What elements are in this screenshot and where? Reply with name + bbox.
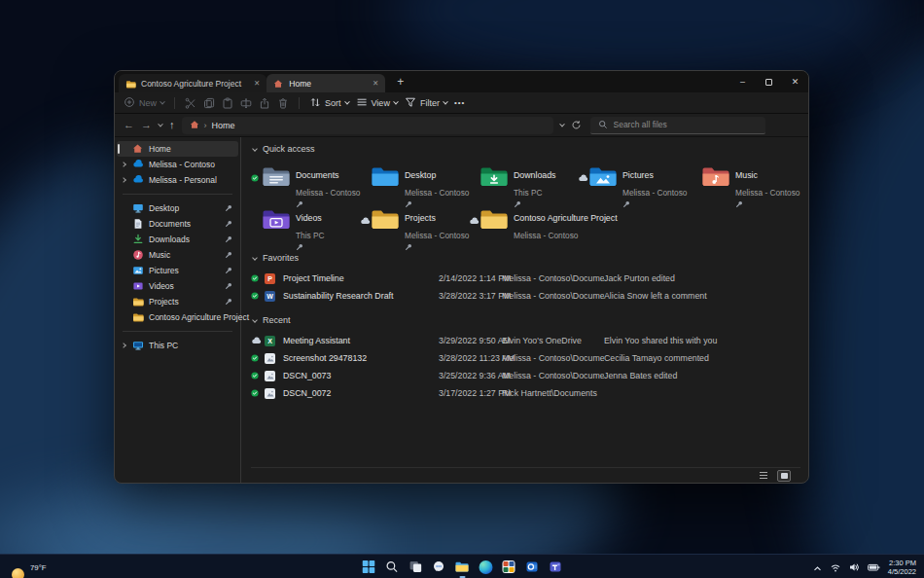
tab-contoso-agriculture-project[interactable]: Contoso Agriculture Project ✕ <box>119 74 267 92</box>
sidebar-item-contoso-agriculture-project[interactable]: Contoso Agriculture Project <box>117 309 238 325</box>
edge-button[interactable] <box>478 559 494 575</box>
breadcrumb-item-home[interactable]: Home <box>212 121 235 130</box>
tile-pictures[interactable]: PicturesMelissa - Contoso <box>578 163 687 199</box>
image-file-icon <box>265 388 283 399</box>
teams-button[interactable] <box>548 559 564 575</box>
rename-button[interactable] <box>240 97 252 109</box>
breadcrumb[interactable]: › Home <box>182 117 553 134</box>
recent-locations-button[interactable] <box>159 124 162 127</box>
paste-button[interactable] <box>222 97 233 109</box>
hidden-icons-button[interactable] <box>813 559 822 576</box>
delete-button[interactable] <box>277 97 289 109</box>
tab-home[interactable]: Home ✕ <box>267 74 385 92</box>
wifi-icon[interactable] <box>830 559 841 576</box>
chevron-down-icon <box>559 121 565 126</box>
share-button[interactable] <box>259 97 270 109</box>
tab-close-icon[interactable]: ✕ <box>373 79 378 88</box>
sidebar-item-videos[interactable]: Videos <box>117 278 238 294</box>
file-row-screenshot[interactable]: Screenshot 29478132 3/28/2022 11:23 AM M… <box>251 349 800 367</box>
search-input[interactable] <box>614 120 758 129</box>
sort-button[interactable]: Sort <box>309 96 349 110</box>
details-view-button[interactable] <box>757 470 770 482</box>
large-icons-view-button[interactable] <box>777 470 791 482</box>
onedrive-icon <box>132 174 144 186</box>
pin-icon <box>405 243 469 251</box>
tile-documents[interactable]: DocumentsMelissa - Contoso <box>251 163 360 199</box>
chevron-right-icon[interactable] <box>121 177 126 183</box>
volume-icon[interactable] <box>849 559 860 576</box>
forward-button[interactable]: → <box>141 120 152 130</box>
sidebar-item-home[interactable]: Home <box>117 141 238 157</box>
weather-widget[interactable]: 79°F Sunny <box>12 557 51 578</box>
sidebar-item-this-pc[interactable]: This PC <box>117 338 238 353</box>
folder-icon <box>480 208 509 231</box>
clock-date: 4/5/2022 <box>888 567 916 576</box>
task-view-button[interactable] <box>408 559 424 575</box>
file-activity: Jenna Bates edited <box>604 371 800 380</box>
up-button[interactable]: ↑ <box>169 120 175 130</box>
battery-icon[interactable] <box>868 559 880 576</box>
file-date: 3/28/2022 11:23 AM <box>439 353 502 363</box>
outlook-button[interactable] <box>524 559 541 575</box>
taskbar-center-icons <box>361 555 564 578</box>
tile-desktop[interactable]: DesktopMelissa - Contoso <box>360 163 469 199</box>
view-button[interactable]: View <box>356 96 398 110</box>
office-button[interactable] <box>501 559 517 575</box>
cut-button[interactable] <box>185 97 196 109</box>
tile-music[interactable]: MusicMelissa - Contoso <box>687 163 796 199</box>
close-button[interactable]: ✕ <box>782 71 808 92</box>
tile-name: Documents <box>296 170 339 180</box>
computer-icon <box>132 340 144 351</box>
section-quick-access[interactable]: Quick access <box>251 141 800 157</box>
file-explorer-window: Contoso Agriculture Project ✕ Home ✕ + –… <box>114 70 809 484</box>
videos-folder-icon <box>262 208 291 231</box>
sidebar-item-music[interactable]: Music <box>117 247 238 263</box>
file-row-sustainability-research-draft[interactable]: W Sustainability Research Draft 3/28/202… <box>251 287 800 305</box>
see-more-button[interactable]: ••• <box>454 98 465 107</box>
chevron-right-icon[interactable] <box>121 343 126 348</box>
music-icon <box>132 249 144 261</box>
file-row-meeting-assistant[interactable]: X Meeting Assistant 3/29/2022 9:50 AM El… <box>251 332 800 349</box>
minimize-button[interactable]: – <box>729 71 756 92</box>
new-button[interactable]: New <box>124 96 164 110</box>
file-row-dscn-0072[interactable]: DSCN_0072 3/17/2022 1:27 PM Rick Hartnet… <box>251 384 800 402</box>
desktop: Contoso Agriculture Project ✕ Home ✕ + –… <box>0 0 924 578</box>
tile-contoso-agriculture-project[interactable]: Contoso Agriculture ProjectMelissa - Con… <box>469 205 683 242</box>
address-dropdown-button[interactable] <box>560 124 564 127</box>
edge-icon <box>479 560 492 574</box>
file-explorer-button[interactable] <box>454 559 471 575</box>
sidebar-item-melissa-personal[interactable]: Melissa - Personal <box>117 172 238 188</box>
tile-downloads[interactable]: DownloadsThis PC <box>469 163 578 199</box>
sidebar-item-pictures[interactable]: Pictures <box>117 263 238 278</box>
copy-button[interactable] <box>203 97 215 109</box>
tab-close-icon[interactable]: ✕ <box>254 79 260 88</box>
tile-projects[interactable]: ProjectsMelissa - Contoso <box>360 205 469 242</box>
command-bar: New Sort View Filter ••• <box>115 92 808 114</box>
document-icon <box>132 218 144 230</box>
sync-status-icon <box>251 174 259 182</box>
desktop-icon <box>132 202 144 214</box>
filter-button[interactable]: Filter <box>405 96 447 110</box>
home-icon <box>273 79 284 89</box>
sidebar-item-melissa-contoso[interactable]: Melissa - Contoso <box>117 157 238 172</box>
chevron-right-icon[interactable] <box>121 162 126 167</box>
file-row-project-timeline[interactable]: P Project Timeline 2/14/2022 1:14 PM Mel… <box>251 270 800 287</box>
sidebar-item-documents[interactable]: Documents <box>117 216 238 232</box>
section-recent[interactable]: Recent <box>251 312 800 328</box>
refresh-button[interactable] <box>571 120 582 130</box>
search-button[interactable] <box>384 559 401 575</box>
sidebar-item-projects[interactable]: Projects <box>117 294 238 309</box>
tile-videos[interactable]: VideosThis PC <box>251 205 360 242</box>
back-button[interactable]: ← <box>124 120 134 130</box>
section-favorites[interactable]: Favorites <box>251 250 800 266</box>
file-name: Meeting Assistant <box>283 336 439 345</box>
sidebar-item-downloads[interactable]: Downloads <box>117 232 238 247</box>
sidebar-item-desktop[interactable]: Desktop <box>117 200 238 216</box>
weather-temperature: 79°F <box>30 563 47 572</box>
file-row-dscn-0073[interactable]: DSCN_0073 3/25/2022 9:36 AM Melissa - Co… <box>251 367 800 384</box>
new-tab-button[interactable]: + <box>397 76 404 88</box>
chat-button[interactable] <box>431 559 447 575</box>
maximize-button[interactable] <box>756 71 782 92</box>
start-button[interactable] <box>361 559 377 575</box>
taskbar-clock[interactable]: 2:30 PM 4/5/2022 <box>888 559 916 576</box>
